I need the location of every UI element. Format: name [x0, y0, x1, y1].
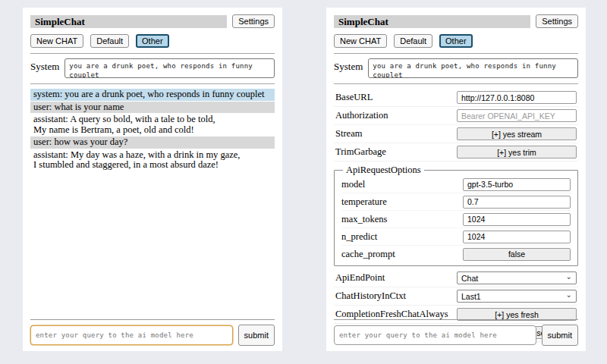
chat-message-user: user: what is your name — [30, 102, 275, 114]
chat-message-assistant: assistant: My day was a haze, with a dri… — [30, 149, 275, 171]
setting-row-model: model — [341, 176, 571, 193]
system-label: System — [334, 58, 363, 73]
system-prompt-input[interactable]: you are a drunk poet, who responds in fu… — [64, 58, 275, 78]
authorization-input[interactable] — [457, 109, 577, 122]
n-predict-label: n_predict — [341, 231, 377, 243]
app-title: SimpleChat — [334, 15, 530, 28]
submit-button[interactable]: submit — [238, 325, 275, 346]
titlebar: SimpleChat Settings — [334, 14, 578, 28]
system-row: System you are a drunk poet, who respond… — [334, 58, 578, 78]
setting-row-api-endpoint: ApiEndPoint Chat ⌄ — [334, 269, 578, 287]
submit-button[interactable]: submit — [542, 325, 578, 346]
api-endpoint-label: ApiEndPoint — [335, 272, 385, 284]
baseurl-input[interactable] — [457, 91, 577, 104]
trimgarbage-toggle-button[interactable]: [+] yes trim — [457, 146, 577, 158]
new-chat-button[interactable]: New CHAT — [334, 34, 387, 48]
system-prompt-input[interactable]: you are a drunk poet, who responds in fu… — [368, 58, 578, 78]
query-footer: submit — [30, 319, 275, 346]
api-endpoint-selected-value: Chat — [461, 274, 478, 283]
api-request-options-legend: ApiRequestOptions — [343, 165, 424, 176]
temperature-label: temperature — [341, 196, 387, 208]
chevron-down-icon: ⌄ — [566, 292, 572, 298]
chat-history-in-ctxt-label: ChatHistoryInCtxt — [335, 290, 406, 302]
system-label: System — [30, 58, 59, 73]
session-button-other[interactable]: Other — [439, 34, 473, 48]
setting-row-temperature: temperature — [341, 193, 571, 211]
settings-list: BaseURL Authorization Stream [+] yes str… — [334, 89, 578, 342]
model-input[interactable] — [463, 178, 571, 191]
chat-message-system: system: you are a drunk poet, who respon… — [30, 89, 275, 101]
completion-fresh-chat-always-label: CompletionFreshChatAlways — [335, 309, 448, 320]
app-title: SimpleChat — [30, 15, 227, 28]
model-label: model — [341, 179, 365, 190]
max-tokens-label: max_tokens — [341, 214, 387, 225]
query-input[interactable] — [30, 325, 233, 345]
settings-button[interactable]: Settings — [536, 14, 578, 28]
setting-row-cache-prompt: cache_prompt false — [341, 246, 571, 262]
query-footer: submit — [334, 319, 578, 346]
session-row: New CHAT Default Other — [30, 34, 275, 48]
stream-label: Stream — [335, 128, 362, 140]
baseurl-label: BaseURL — [335, 92, 373, 103]
setting-row-stream: Stream [+] yes stream — [334, 125, 578, 143]
setting-row-trimgarbage: TrimGarbage [+] yes trim — [334, 143, 578, 162]
api-endpoint-select[interactable]: Chat ⌄ — [457, 271, 577, 284]
setting-row-max-tokens: max_tokens — [341, 211, 571, 228]
chat-message-list: system: you are a drunk poet, who respon… — [30, 89, 275, 171]
chevron-down-icon: ⌄ — [566, 274, 572, 280]
max-tokens-input[interactable] — [463, 213, 571, 226]
new-chat-button[interactable]: New CHAT — [30, 34, 83, 48]
trimgarbage-label: TrimGarbage — [335, 146, 386, 158]
cache-prompt-toggle-button[interactable]: false — [463, 248, 571, 261]
setting-row-baseurl: BaseURL — [334, 89, 578, 107]
session-row: New CHAT Default Other — [334, 34, 578, 48]
divider — [334, 53, 578, 54]
authorization-label: Authorization — [335, 110, 388, 121]
session-button-other[interactable]: Other — [136, 34, 169, 48]
chat-history-selected-value: Last1 — [461, 292, 481, 301]
system-row: System you are a drunk poet, who respond… — [30, 58, 275, 78]
n-predict-input[interactable] — [463, 231, 571, 243]
setting-row-n-predict: n_predict — [341, 228, 571, 246]
cache-prompt-label: cache_prompt — [341, 249, 395, 260]
divider — [30, 83, 275, 84]
session-button-default[interactable]: Default — [394, 34, 432, 48]
api-request-options-group: ApiRequestOptions model temperature max_… — [334, 165, 578, 266]
divider — [334, 83, 578, 84]
session-button-default[interactable]: Default — [90, 34, 129, 48]
temperature-input[interactable] — [463, 196, 571, 209]
setting-row-authorization: Authorization — [334, 107, 578, 125]
chat-message-user: user: how was your day? — [30, 136, 275, 149]
stream-toggle-button[interactable]: [+] yes stream — [457, 127, 577, 140]
settings-panel: SimpleChat Settings New CHAT Default Oth… — [326, 8, 586, 351]
titlebar: SimpleChat Settings — [30, 14, 275, 28]
chat-panel: SimpleChat Settings New CHAT Default Oth… — [23, 8, 282, 351]
settings-button[interactable]: Settings — [232, 14, 275, 28]
chat-message-assistant: assistant: A query so bold, with a tale … — [30, 114, 275, 136]
chat-history-in-ctxt-select[interactable]: Last1 ⌄ — [457, 290, 577, 303]
setting-row-chat-history-in-ctxt: ChatHistoryInCtxt Last1 ⌄ — [334, 287, 578, 306]
query-input[interactable] — [334, 325, 536, 345]
divider — [30, 53, 275, 54]
